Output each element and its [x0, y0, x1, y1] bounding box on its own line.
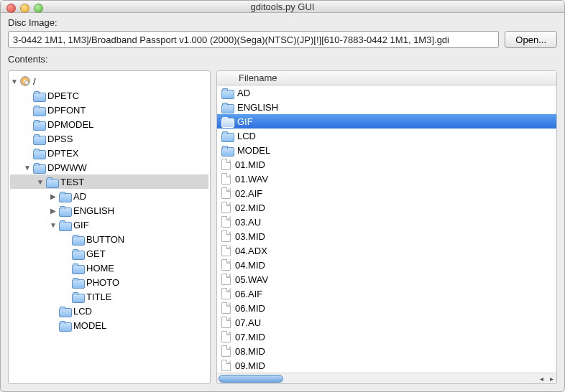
- tree-item-label: TITLE: [85, 291, 111, 302]
- list-item[interactable]: 06.AIF: [217, 286, 556, 301]
- list-item[interactable]: 07.MID: [217, 330, 556, 344]
- tree-item-label: PHOTO: [85, 277, 119, 288]
- list-item[interactable]: 01.MID: [217, 157, 556, 172]
- file-icon: [221, 216, 231, 228]
- tree-item[interactable]: ▼DPWWW: [10, 160, 208, 174]
- hscroll-thumb[interactable]: [219, 375, 283, 383]
- file-list-body[interactable]: ADENGLISHGIFLCDMODEL01.MID01.WAV02.AIF02…: [217, 85, 556, 373]
- list-item[interactable]: 07.AU: [217, 315, 556, 330]
- file-icon: [221, 230, 231, 242]
- disc-icon: [20, 76, 30, 86]
- folder-icon: [72, 278, 83, 287]
- tree-item[interactable]: ▶HOME: [10, 261, 208, 275]
- list-item[interactable]: 05.WAV: [217, 272, 556, 286]
- list-item[interactable]: ENGLISH: [217, 100, 556, 114]
- list-item[interactable]: 09.MID: [217, 358, 556, 373]
- tree-item-label: LCD: [72, 306, 92, 317]
- list-item-label: 03.MID: [234, 231, 265, 242]
- disclosure-closed-icon[interactable]: ▶: [49, 206, 58, 215]
- folder-icon: [221, 131, 233, 141]
- horizontal-scrollbar[interactable]: ◂ ▸: [217, 373, 556, 383]
- file-icon: [221, 259, 231, 271]
- tree-item[interactable]: ▶GET: [10, 246, 208, 261]
- folder-icon: [59, 321, 70, 330]
- splitter: ▼/▶DPETC▶DPFONT▶DPMODEL▶DPSS▶DPTEX▼DPWWW…: [8, 70, 557, 384]
- tree-item[interactable]: ▶DPMODEL: [10, 117, 208, 131]
- disclosure-open-icon[interactable]: ▼: [10, 77, 19, 85]
- list-item[interactable]: AD: [217, 85, 556, 100]
- file-icon: [221, 245, 231, 256]
- tree-item[interactable]: ▼TEST: [10, 174, 208, 189]
- tree-item[interactable]: ▶ENGLISH: [10, 203, 208, 218]
- list-item-label: ENGLISH: [236, 102, 278, 113]
- list-item-label: 02.MID: [234, 202, 265, 213]
- file-icon: [221, 159, 231, 170]
- disclosure-open-icon[interactable]: ▼: [49, 220, 58, 229]
- folder-icon: [72, 249, 83, 258]
- list-item[interactable]: 02.MID: [217, 200, 556, 215]
- hscroll-left-icon[interactable]: ◂: [536, 375, 546, 383]
- tree-item-label: MODEL: [72, 320, 106, 331]
- list-item[interactable]: GIF: [217, 114, 556, 129]
- window-title: gditools.py GUI: [1, 1, 564, 12]
- window-controls: [6, 4, 43, 13]
- tree-item-label: GET: [85, 248, 106, 259]
- hscroll-right-icon[interactable]: ▸: [546, 375, 556, 383]
- folder-icon: [72, 235, 83, 244]
- file-list-header[interactable]: Filename: [217, 71, 556, 85]
- close-icon[interactable]: [6, 4, 16, 13]
- file-icon: [221, 187, 231, 199]
- disclosure-open-icon[interactable]: ▼: [23, 163, 32, 172]
- list-item[interactable]: 06.MID: [217, 301, 556, 315]
- list-item-label: 07.MID: [234, 332, 265, 342]
- list-item-label: 03.AU: [234, 217, 261, 228]
- tree-item-label: DPFONT: [46, 105, 86, 116]
- tree-item[interactable]: ▶AD: [10, 189, 208, 203]
- tree-item-label: DPTEX: [46, 148, 78, 159]
- list-item[interactable]: 03.MID: [217, 229, 556, 243]
- folder-icon: [59, 206, 70, 215]
- list-item-label: 09.MID: [234, 360, 265, 371]
- folder-icon: [33, 120, 45, 129]
- tree-item-label: BUTTON: [85, 234, 124, 245]
- minimize-icon[interactable]: [20, 4, 29, 13]
- tree-view[interactable]: ▼/▶DPETC▶DPFONT▶DPMODEL▶DPSS▶DPTEX▼DPWWW…: [8, 70, 211, 384]
- disclosure-closed-icon[interactable]: ▶: [49, 192, 58, 200]
- tree-item[interactable]: ▶DPETC: [10, 88, 208, 103]
- tree-item[interactable]: ▶LCD: [10, 304, 208, 318]
- tree-item[interactable]: ▶TITLE: [10, 289, 208, 304]
- folder-icon: [221, 88, 233, 98]
- list-item-label: MODEL: [236, 145, 270, 156]
- list-item[interactable]: 01.WAV: [217, 172, 556, 186]
- window: gditools.py GUI Disc Image: 3-0442 1M1, …: [0, 0, 565, 392]
- disc-image-path-field[interactable]: 3-0442 1M1, 1M3]/Broadband Passport v1.0…: [8, 31, 499, 48]
- list-item[interactable]: 02.AIF: [217, 186, 556, 200]
- list-item[interactable]: 03.AU: [217, 215, 556, 229]
- tree-item[interactable]: ▶DPFONT: [10, 103, 208, 117]
- list-item[interactable]: LCD: [217, 129, 556, 143]
- tree-item[interactable]: ▶MODEL: [10, 318, 208, 332]
- tree-item[interactable]: ▶PHOTO: [10, 275, 208, 289]
- list-item-label: 07.AU: [234, 317, 261, 328]
- tree-item-label: GIF: [72, 220, 89, 230]
- disclosure-open-icon[interactable]: ▼: [36, 177, 45, 186]
- folder-icon: [33, 91, 45, 101]
- list-item-label: 05.WAV: [234, 274, 268, 285]
- folder-icon: [59, 192, 70, 201]
- open-button[interactable]: Open...: [505, 31, 557, 48]
- list-item[interactable]: 04.ADX: [217, 243, 556, 258]
- list-item[interactable]: MODEL: [217, 143, 556, 157]
- list-item[interactable]: 08.MID: [217, 344, 556, 358]
- list-item-label: GIF: [236, 116, 253, 127]
- file-icon: [221, 173, 231, 185]
- tree-item-label: DPETC: [46, 90, 79, 101]
- zoom-icon[interactable]: [34, 4, 43, 13]
- tree-item[interactable]: ▶BUTTON: [10, 232, 208, 246]
- tree-item[interactable]: ▶DPTEX: [10, 146, 208, 160]
- tree-item[interactable]: ▼GIF: [10, 218, 208, 232]
- list-item-label: 04.MID: [234, 260, 265, 271]
- contents-label: Contents:: [8, 54, 557, 65]
- list-item[interactable]: 04.MID: [217, 258, 556, 272]
- tree-root[interactable]: ▼/: [10, 74, 208, 88]
- tree-item[interactable]: ▶DPSS: [10, 131, 208, 146]
